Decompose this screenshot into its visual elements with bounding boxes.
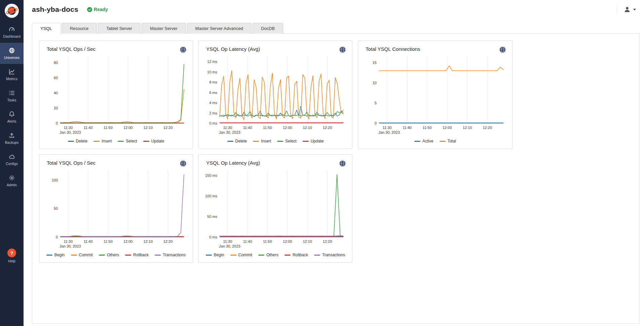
sidebar-item-tasks[interactable]: Tasks (0, 85, 24, 106)
legend-swatch (125, 255, 131, 256)
alerts-icon (8, 111, 15, 118)
chart-legend: BeginCommitOthersRollbackTransactions (203, 253, 348, 257)
svg-text:11:40: 11:40 (243, 239, 252, 243)
sidebar-item-universes[interactable]: Universes (0, 43, 24, 64)
tab-resource[interactable]: Resource (62, 23, 97, 34)
svg-text:12:10: 12:10 (144, 126, 153, 130)
legend-label: Others (107, 253, 119, 257)
svg-text:0: 0 (375, 121, 377, 125)
svg-text:12:20: 12:20 (163, 126, 173, 130)
chevron-down-icon (633, 9, 636, 10)
universe-globe-icon[interactable] (339, 160, 346, 167)
legend-swatch (230, 255, 236, 256)
svg-text:12:00: 12:00 (123, 126, 133, 130)
chart-title: Total YSQL Ops / Sec (47, 46, 96, 52)
sidebar-item-label: Dashboard (3, 34, 20, 38)
sidebar-item-backups[interactable]: Backups (0, 128, 24, 149)
svg-text:11:50: 11:50 (423, 126, 432, 130)
svg-text:12 ms: 12 ms (207, 60, 217, 64)
legend-item-transactions[interactable]: Transactions (155, 253, 186, 257)
sidebar-item-help[interactable]: ? Help (0, 249, 24, 263)
legend-item-others[interactable]: Others (99, 253, 119, 257)
universe-globe-icon[interactable] (180, 46, 187, 53)
legend-item-rollback[interactable]: Rollback (285, 253, 308, 257)
svg-text:Jan 30, 2023: Jan 30, 2023 (378, 130, 400, 134)
chart-legend: BeginCommitOthersRollbackTransactions (43, 253, 189, 257)
backups-icon (8, 132, 15, 139)
legend-label: Update (311, 139, 324, 143)
legend-swatch (155, 255, 161, 256)
svg-text:11:30: 11:30 (383, 126, 392, 130)
legend-label: Commit (79, 253, 93, 257)
legend-item-total[interactable]: Total (440, 139, 456, 143)
tab-docdb[interactable]: DocDB (253, 23, 283, 34)
svg-text:11:40: 11:40 (84, 239, 93, 243)
help-icon: ? (7, 249, 16, 257)
universes-icon (8, 47, 15, 54)
svg-text:2 ms: 2 ms (209, 111, 217, 115)
svg-text:0 ms: 0 ms (209, 121, 217, 125)
legend-item-rollback[interactable]: Rollback (125, 253, 149, 257)
svg-text:12:20: 12:20 (323, 239, 332, 243)
legend-item-begin[interactable]: Begin (46, 253, 65, 257)
legend-item-delete[interactable]: Delete (227, 139, 247, 143)
universe-title: ash-yba-docs (32, 5, 78, 13)
yugabyte-logo[interactable] (0, 0, 24, 22)
svg-text:80: 80 (54, 61, 58, 65)
metrics-icon (8, 68, 15, 75)
legend-item-transactions[interactable]: Transactions (314, 253, 345, 257)
legend-item-begin[interactable]: Begin (206, 253, 224, 257)
svg-text:11:50: 11:50 (104, 126, 113, 130)
chart-plot: 11:3011:4011:5012:0012:1012:20Jan 30, 20… (43, 53, 189, 138)
svg-text:12:10: 12:10 (303, 126, 312, 130)
legend-item-insert[interactable]: Insert (253, 139, 271, 143)
chart-panel-ysql-op-latency: YSQL Op Latency (Avg) 11:3011:4011:5012:… (198, 40, 352, 149)
sidebar-item-configs[interactable]: Configs (0, 149, 24, 170)
legend-label: Update (151, 139, 164, 143)
universe-globe-icon[interactable] (180, 160, 187, 167)
legend-swatch (99, 255, 105, 256)
legend-item-commit[interactable]: Commit (71, 253, 93, 257)
legend-item-commit[interactable]: Commit (230, 253, 252, 257)
svg-text:Jan 30, 2023: Jan 30, 2023 (219, 130, 240, 134)
universe-globe-icon[interactable] (339, 46, 346, 53)
tab-master-server[interactable]: Master Server (142, 23, 186, 34)
legend-item-others[interactable]: Others (258, 253, 278, 257)
legend-item-delete[interactable]: Delete (68, 139, 88, 143)
status-label: Ready (94, 7, 108, 12)
universe-globe-icon[interactable] (499, 46, 506, 53)
svg-text:4 ms: 4 ms (209, 101, 217, 105)
legend-item-update[interactable]: Update (303, 139, 324, 143)
svg-text:11:40: 11:40 (84, 126, 93, 130)
legend-item-active[interactable]: Active (414, 139, 433, 143)
user-menu[interactable] (616, 4, 636, 15)
svg-text:8 ms: 8 ms (209, 80, 217, 84)
svg-text:12:20: 12:20 (323, 126, 332, 130)
sidebar-item-admin[interactable]: Admin (0, 170, 24, 191)
svg-text:Jan 30, 2023: Jan 30, 2023 (60, 130, 81, 134)
legend-item-select[interactable]: Select (118, 139, 137, 143)
svg-text:11:50: 11:50 (104, 239, 113, 243)
tab-content: Total YSQL Ops / Sec 11:3011:4011:5012:0… (32, 33, 640, 324)
svg-text:0 ms: 0 ms (209, 235, 217, 239)
app-window: Dashboard Universes Metrics Tasks (0, 0, 644, 326)
tab-master-server-advanced[interactable]: Master Server Advanced (187, 23, 252, 34)
sidebar-item-dashboard[interactable]: Dashboard (0, 22, 24, 43)
chart-plot: 11:3011:4011:5012:0012:1012:20Jan 30, 20… (203, 53, 348, 138)
chart-panel-total-ysql-ops-transactions: Total YSQL Ops / Sec 11:3011:4011:5012:0… (39, 154, 193, 263)
tab-ysql[interactable]: YSQL (32, 23, 61, 34)
legend-item-insert[interactable]: Insert (93, 139, 112, 143)
legend-label: Begin (214, 253, 224, 257)
legend-item-select[interactable]: Select (277, 139, 296, 143)
tab-tablet-server[interactable]: Tablet Server (98, 23, 141, 34)
svg-text:6 ms: 6 ms (209, 91, 217, 95)
legend-label: Select (285, 139, 296, 143)
chart-title: Total YSQL Connections (366, 46, 420, 52)
legend-item-update[interactable]: Update (143, 139, 164, 143)
svg-text:12:20: 12:20 (483, 126, 492, 130)
sidebar-item-metrics[interactable]: Metrics (0, 64, 24, 85)
legend-label: Insert (102, 139, 112, 143)
chart-legend: DeleteInsertSelectUpdate (203, 139, 348, 143)
sidebar-item-alerts[interactable]: Alerts (0, 106, 24, 128)
svg-text:Jan 30, 2023: Jan 30, 2023 (219, 244, 240, 248)
